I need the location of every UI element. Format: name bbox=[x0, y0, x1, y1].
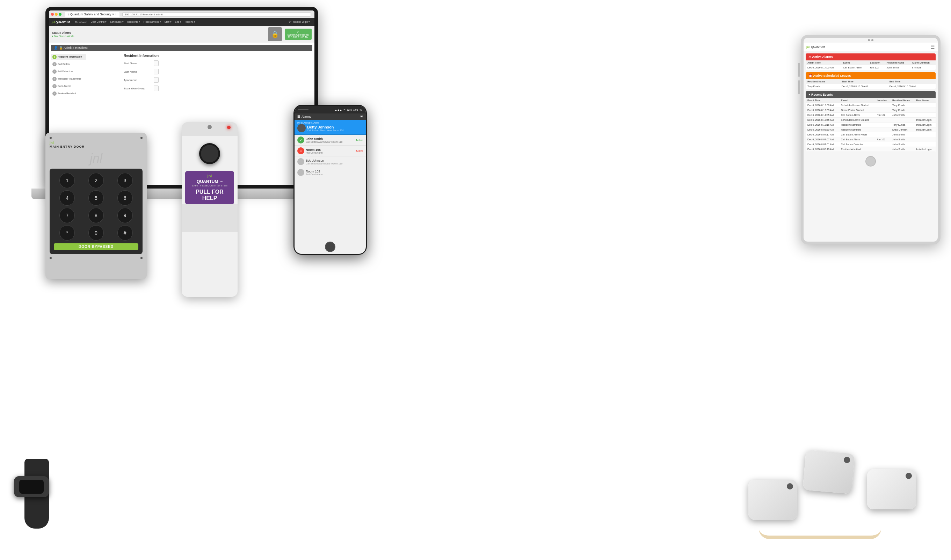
sensor-rope bbox=[759, 529, 881, 539]
keypad: jnl MAIN ENTRY DOOR jnl 1 2 3 4 5 6 7 8 … bbox=[45, 133, 147, 279]
address-bar-text: 192.168.71.133/resident-admit bbox=[125, 13, 163, 16]
form-step-5[interactable]: 5Door Access bbox=[51, 83, 86, 89]
tablet-menu-icon[interactable]: ☰ bbox=[930, 44, 935, 49]
menu-icon[interactable]: ☰ bbox=[297, 115, 300, 118]
field-label-firstname: First Name bbox=[124, 62, 152, 65]
col-event-user: User Name bbox=[914, 98, 936, 103]
key-8[interactable]: 8 bbox=[88, 208, 104, 223]
field-label-escalation: Escalation Group bbox=[124, 87, 152, 90]
nav-schedules[interactable]: Schedules ▾ bbox=[108, 18, 125, 26]
key-9[interactable]: 9 bbox=[117, 208, 133, 223]
key-5[interactable]: 5 bbox=[88, 190, 104, 206]
sensor-1 bbox=[748, 480, 797, 520]
tablet-recent-events: ● Recent Events Event Time Event Locatio… bbox=[806, 91, 936, 152]
form-step-2[interactable]: 2Call Button bbox=[51, 61, 86, 68]
form-body: 1Resident Information 2Call Button 3Fall… bbox=[51, 54, 312, 97]
active-alarms-thead-row: Alarm Time Event Location Resident Name … bbox=[806, 60, 936, 65]
field-label-apartment: Apartment bbox=[124, 78, 152, 82]
app-nav: jnl QUANTUM Dashboard Door Control ▾ Sch… bbox=[49, 18, 314, 26]
tablet-volume-up[interactable] bbox=[798, 63, 800, 77]
tablet-logo-jnl: jnl bbox=[806, 45, 809, 49]
alarm-john-smith[interactable]: ✓ John Smith Call Button Alarm Near Room… bbox=[294, 135, 366, 146]
field-input-firstname[interactable] bbox=[154, 60, 159, 66]
key-0[interactable]: 0 bbox=[88, 225, 104, 240]
alarms-title: Alarms bbox=[302, 115, 311, 118]
form-step-6[interactable]: 6Review Resident bbox=[51, 91, 86, 97]
field-input-escalation[interactable] bbox=[154, 86, 159, 91]
wristband bbox=[7, 455, 77, 532]
form-step-4[interactable]: 4Wanderer Transmitter bbox=[51, 76, 86, 82]
keypad-watermark-logo: jnl bbox=[49, 151, 143, 166]
recent-event-row: Dec 6, 2016 8:07:01 AMCall Button Detect… bbox=[806, 142, 936, 147]
keypad-dot-br bbox=[140, 257, 143, 259]
recent-events-header: ● Recent Events bbox=[806, 91, 936, 98]
phone-speaker bbox=[298, 109, 308, 110]
email-icon[interactable]: ✉ bbox=[360, 115, 363, 118]
alarm-bob-desc: Call Button Alarm Near Room 110 bbox=[306, 162, 342, 165]
nav-door-control[interactable]: Door Control ▾ bbox=[89, 18, 108, 26]
alarm-room105[interactable]: ⚠ Room 105 Pull Cord Alarm Active bbox=[294, 146, 366, 156]
form-step-3[interactable]: 3Fall Detection bbox=[51, 68, 86, 75]
col-resident: Resident Name bbox=[806, 79, 840, 84]
alarm-claimed[interactable]: MY CLAIMED ALARM Betty Johnson Call Butt… bbox=[294, 120, 366, 135]
tablet-volume-down[interactable] bbox=[798, 80, 800, 94]
browser-maximize-dot[interactable] bbox=[59, 13, 62, 16]
key-hash[interactable]: # bbox=[117, 225, 133, 240]
system-operational-button[interactable]: ✔ System Operational 12/13/16 11:00 AM bbox=[285, 29, 311, 40]
nav-fixed-devices[interactable]: Fixed Devices ▾ bbox=[142, 18, 163, 26]
recent-events-table: Event Time Event Location Resident Name … bbox=[806, 98, 936, 152]
recent-event-row: Dec 6, 2016 8:13:16 AMResident AdmittedT… bbox=[806, 123, 936, 128]
phone-inner: ▲▲▲ ≋ 62% 1:06 PM ☰ Alarms ✉ MY CLAIMED … bbox=[294, 106, 366, 254]
nav-installer-login[interactable]: ⚙ · Installer Login ▾ bbox=[287, 18, 311, 26]
field-input-apartment[interactable] bbox=[154, 77, 159, 83]
claimed-name: Betty Johnson bbox=[307, 125, 344, 129]
nav-residents[interactable]: Residents ▾ bbox=[125, 18, 142, 26]
admit-header-icon: 👤 bbox=[54, 46, 58, 49]
sensors-area bbox=[741, 438, 923, 543]
alarm-room102[interactable]: Room 102 Pull Cord Alarm bbox=[294, 167, 366, 178]
keypad-logo-group: jnl MAIN ENTRY DOOR bbox=[49, 141, 85, 148]
pullcord-cta: PULL FOR HELP bbox=[188, 189, 231, 202]
nav-dashboard[interactable]: Dashboard bbox=[73, 18, 89, 26]
active-leaves-title: ⏰ Active Scheduled Leaves bbox=[808, 74, 851, 77]
field-input-lastname[interactable] bbox=[154, 69, 159, 74]
system-op-text: System Operational bbox=[288, 34, 309, 36]
keypad-header: jnl MAIN ENTRY DOOR bbox=[49, 141, 143, 148]
col-resident-name: Resident Name bbox=[885, 60, 910, 65]
nav-reports[interactable]: Reports ▾ bbox=[183, 18, 197, 26]
key-1[interactable]: 1 bbox=[59, 173, 75, 188]
active-alarms-title: ⚠ Active Alarms bbox=[808, 55, 833, 58]
key-3[interactable]: 3 bbox=[117, 173, 133, 188]
nav-site[interactable]: Site ▾ bbox=[173, 18, 183, 26]
alarm-room105-desc: Pull Cord Alarm bbox=[306, 152, 323, 154]
address-bar[interactable]: 192.168.71.133/resident-admit bbox=[122, 12, 311, 17]
form-steps: 1Resident Information 2Call Button 3Fall… bbox=[51, 54, 86, 97]
alarm-room102-name: Room 102 bbox=[306, 170, 323, 173]
tablet-home-button[interactable] bbox=[865, 156, 876, 166]
key-6[interactable]: 6 bbox=[117, 190, 133, 206]
lock-icon: 🔒 bbox=[268, 27, 282, 41]
browser-close-dot[interactable] bbox=[51, 13, 54, 16]
key-4[interactable]: 4 bbox=[59, 190, 75, 206]
phone-home-button[interactable] bbox=[325, 242, 335, 252]
nav-staff[interactable]: Staff ▾ bbox=[163, 18, 173, 26]
phone-battery: 62% bbox=[347, 109, 352, 111]
sensor-1-lens bbox=[787, 483, 793, 489]
alarm-bob-johnson[interactable]: Bob Johnson Call Button Alarm Near Room … bbox=[294, 156, 366, 167]
alarm-room102-desc: Pull Cord Alarm bbox=[306, 173, 323, 175]
browser-tab[interactable]: ↑ Quantum Safety and Security × + bbox=[65, 12, 119, 17]
key-star[interactable]: * bbox=[59, 225, 75, 240]
recent-event-row: Dec 6, 2016 8:15:09 AMGrace Period Start… bbox=[806, 108, 936, 113]
form-step-1[interactable]: 1Resident Information bbox=[51, 54, 86, 60]
phone-signal-icon: ▲▲▲ bbox=[335, 109, 342, 111]
alarm-bob-name: Bob Johnson bbox=[306, 159, 342, 162]
pullcord: jnl QUANTUM ™ SAFETY & SECURITY SYSTEM P… bbox=[182, 122, 237, 297]
pullcord-button[interactable] bbox=[199, 143, 220, 164]
browser-minimize-dot[interactable] bbox=[55, 13, 58, 16]
key-7[interactable]: 7 bbox=[59, 208, 75, 223]
key-2[interactable]: 2 bbox=[88, 173, 104, 188]
col-event: Event bbox=[841, 60, 868, 65]
alarm-room105-status: Active bbox=[356, 150, 363, 152]
col-location: Location bbox=[868, 60, 885, 65]
admit-header-title: 🔒 Admit a Resident bbox=[59, 46, 88, 49]
